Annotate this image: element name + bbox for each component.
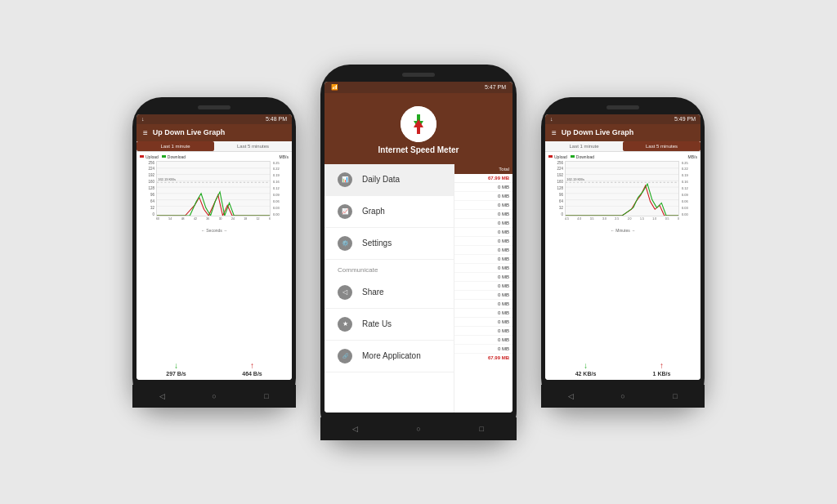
left-tab-1min[interactable]: Last 1 minute bbox=[137, 141, 214, 151]
left-hamburger-icon[interactable]: ≡ bbox=[143, 128, 148, 137]
data-row-7: 0 MB bbox=[454, 237, 512, 246]
left-legend-green bbox=[162, 155, 166, 158]
data-row-total-bottom: 67.99 MB bbox=[454, 354, 512, 362]
data-row-3: 0 MB bbox=[454, 201, 512, 210]
rate-label: Rate Us bbox=[362, 319, 392, 328]
data-row-12: 0 MB bbox=[454, 282, 512, 291]
right-app-title: Up Down Live Graph bbox=[562, 128, 634, 136]
data-row-10: 0 MB bbox=[454, 264, 512, 273]
menu-item-share[interactable]: ◁ Share bbox=[325, 277, 454, 309]
left-recents-btn[interactable]: □ bbox=[262, 391, 271, 401]
data-row-13: 0 MB bbox=[454, 291, 512, 300]
center-status-bar: 📶 5:47 PM bbox=[325, 82, 512, 93]
data-row-1: 0 MB bbox=[454, 183, 512, 192]
right-hamburger-icon[interactable]: ≡ bbox=[552, 128, 557, 137]
right-legend-green bbox=[571, 155, 575, 158]
center-status-right: 5:47 PM bbox=[485, 84, 506, 90]
left-download-icon: ↓ bbox=[174, 361, 178, 370]
left-speed-display: ↓ 297 B/s ↑ 464 B/s bbox=[137, 358, 292, 380]
center-app-icon bbox=[401, 106, 436, 142]
settings-icon: ⚙️ bbox=[338, 236, 352, 251]
data-row-4: 0 MB bbox=[454, 210, 512, 219]
data-row-19: 0 MB bbox=[454, 345, 512, 354]
data-row-18: 0 MB bbox=[454, 336, 512, 345]
center-recents-btn[interactable]: □ bbox=[477, 424, 486, 434]
right-status-bar: ↓ 5:49 PM bbox=[545, 114, 700, 124]
data-header: Total bbox=[454, 164, 512, 174]
data-row-15: 0 MB bbox=[454, 309, 512, 318]
left-home-btn[interactable]: ○ bbox=[209, 391, 219, 401]
right-home-btn[interactable]: ○ bbox=[618, 391, 628, 401]
menu-item-more[interactable]: 🔗 More Applicaton bbox=[325, 341, 454, 372]
center-phone: 📶 5:47 PM Internet Spe bbox=[320, 65, 517, 440]
more-apps-icon: 🔗 bbox=[338, 349, 352, 364]
right-download-icon: ↓ bbox=[584, 361, 588, 370]
data-row-16: 0 MB bbox=[454, 318, 512, 327]
left-phone: ↓ 5:48 PM ≡ Up Down Live Graph Last 1 mi… bbox=[132, 97, 296, 408]
right-screen: ↓ 5:49 PM ≡ Up Down Live Graph Last 1 mi… bbox=[545, 114, 700, 380]
center-content: 📊 Daily Data 📈 Graph ⚙️ Settings Communi… bbox=[325, 164, 512, 413]
data-row-total-top: 67.99 MB bbox=[454, 174, 512, 183]
right-y-labels-right: 0.25 0.22 0.19 0.16 0.12 0.09 0.06 0.03 … bbox=[681, 161, 697, 216]
center-menu-list: 📊 Daily Data 📈 Graph ⚙️ Settings Communi… bbox=[325, 164, 454, 413]
scene: ↓ 5:48 PM ≡ Up Down Live Graph Last 1 mi… bbox=[132, 65, 705, 440]
menu-item-graph[interactable]: 📈 Graph bbox=[325, 196, 454, 228]
data-panel: Total 67.99 MB 0 MB 0 MB 0 MB 0 MB 0 MB … bbox=[454, 164, 512, 413]
left-graph-header: Upload Download MB/s bbox=[140, 154, 289, 159]
left-app-title: Up Down Live Graph bbox=[153, 128, 226, 136]
right-upload-value: 1 KB/s bbox=[653, 371, 671, 377]
graph-icon: 📈 bbox=[338, 204, 352, 219]
data-row-17: 0 MB bbox=[454, 327, 512, 336]
menu-item-rate[interactable]: ★ Rate Us bbox=[325, 309, 454, 341]
left-graph-area: 162.19 KB/s bbox=[156, 161, 271, 216]
left-tab-5min[interactable]: Last 5 minutes bbox=[214, 141, 292, 151]
left-download-speed: ↓ 297 B/s bbox=[166, 361, 186, 377]
right-download-value: 42 KB/s bbox=[575, 371, 597, 377]
left-graph-canvas: 256 224 192 160 128 96 64 32 0 bbox=[140, 161, 289, 226]
left-speaker bbox=[198, 105, 231, 109]
right-speaker bbox=[606, 105, 639, 109]
left-graph-container: Upload Download MB/s 256 224 bbox=[137, 152, 292, 358]
left-status-bar: ↓ 5:48 PM bbox=[137, 114, 292, 124]
left-legend-upload: Upload bbox=[140, 154, 159, 159]
center-speaker bbox=[402, 73, 435, 77]
center-home-btn[interactable]: ○ bbox=[414, 424, 423, 434]
right-app-header: ≡ Up Down Live Graph bbox=[545, 124, 700, 141]
left-upload-icon: ↑ bbox=[250, 361, 254, 370]
center-nav-bar: ◁ ○ □ bbox=[320, 417, 517, 440]
menu-item-daily-data[interactable]: 📊 Daily Data bbox=[325, 164, 454, 196]
right-x-labels: 4.5 4.0 3.5 3.0 2.5 2.0 1.5 1.0 0.5 0 bbox=[565, 216, 679, 226]
data-row-14: 0 MB bbox=[454, 300, 512, 309]
data-row-5: 0 MB bbox=[454, 219, 512, 228]
right-recents-btn[interactable]: □ bbox=[670, 391, 680, 401]
center-back-btn[interactable]: ◁ bbox=[351, 424, 360, 434]
right-legend-red bbox=[548, 155, 553, 158]
right-back-btn[interactable]: ◁ bbox=[566, 391, 575, 401]
left-status-right: 5:48 PM bbox=[266, 116, 287, 122]
left-y-labels: 256 224 192 160 128 96 64 32 0 bbox=[140, 161, 156, 216]
right-phone: ↓ 5:49 PM ≡ Up Down Live Graph Last 1 mi… bbox=[541, 97, 705, 408]
right-y-labels: 256 224 192 160 128 96 64 32 0 bbox=[548, 161, 565, 216]
share-label: Share bbox=[362, 288, 384, 297]
left-back-btn[interactable]: ◁ bbox=[157, 391, 167, 401]
right-tab-5min[interactable]: Last 5 minutes bbox=[623, 141, 700, 151]
right-speed-display: ↓ 42 KB/s ↑ 1 KB/s bbox=[545, 358, 700, 380]
data-row-6: 0 MB bbox=[454, 228, 512, 237]
data-row-8: 0 MB bbox=[454, 246, 512, 255]
center-app-header: Internet Speed Meter bbox=[325, 93, 512, 164]
left-x-labels: 60 54 48 42 36 30 24 18 12 6 bbox=[156, 216, 271, 226]
right-x-axis-label: ← Minutes → bbox=[548, 228, 697, 233]
data-row-9: 0 MB bbox=[454, 255, 512, 264]
communicate-section-label: Communicate bbox=[325, 260, 454, 277]
right-graph-area: 162.19 KB/s bbox=[565, 161, 679, 216]
left-nav-bar: ◁ ○ □ bbox=[132, 385, 296, 408]
menu-item-settings[interactable]: ⚙️ Settings bbox=[325, 228, 454, 260]
rate-icon: ★ bbox=[338, 317, 352, 332]
right-tab-1min[interactable]: Last 1 minute bbox=[545, 141, 623, 151]
left-legend-red bbox=[140, 155, 144, 158]
left-tab-bar: Last 1 minute Last 5 minutes bbox=[137, 141, 292, 152]
left-status-left: ↓ bbox=[141, 116, 145, 122]
settings-label: Settings bbox=[362, 239, 392, 248]
left-app-header: ≡ Up Down Live Graph bbox=[137, 124, 292, 141]
right-graph-svg: 162.19 KB/s bbox=[566, 162, 678, 216]
